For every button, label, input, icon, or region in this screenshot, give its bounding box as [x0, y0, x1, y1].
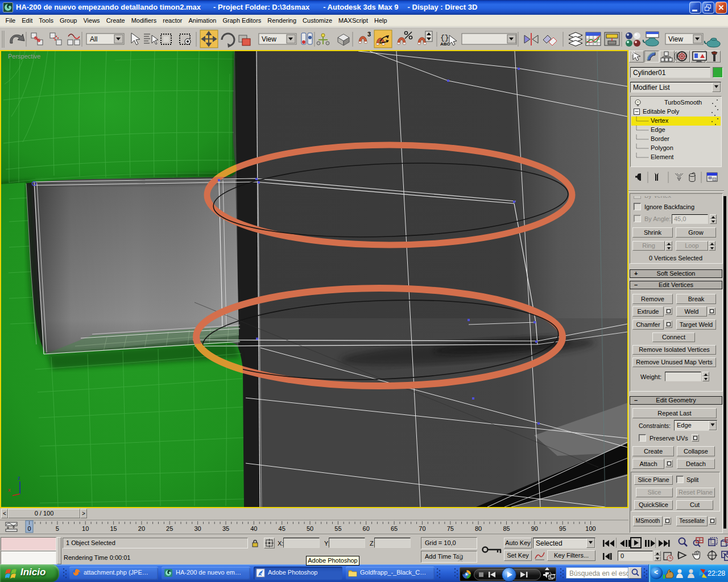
svg-text:0: 0 [27, 525, 31, 532]
svg-text:5: 5 [56, 525, 59, 532]
svg-text:100: 100 [585, 525, 595, 532]
svg-text:ABC: ABC [440, 41, 450, 47]
svg-text:65: 65 [391, 525, 398, 532]
svg-text:70: 70 [419, 525, 425, 532]
svg-text:View: View [668, 35, 683, 43]
svg-text:60: 60 [363, 525, 370, 532]
svg-text:15: 15 [110, 525, 117, 532]
svg-text:80: 80 [475, 525, 482, 532]
svg-text:45: 45 [279, 525, 286, 532]
svg-text:View: View [262, 35, 276, 43]
svg-text:25: 25 [166, 525, 173, 532]
svg-text:55: 55 [334, 525, 341, 532]
svg-text:3: 3 [367, 31, 371, 38]
svg-text:40: 40 [250, 525, 257, 532]
svg-text:Perspective: Perspective [8, 53, 40, 60]
svg-text:20: 20 [138, 525, 145, 532]
svg-text:10: 10 [82, 525, 89, 532]
svg-text:95: 95 [559, 525, 566, 532]
svg-text:50: 50 [307, 525, 313, 532]
svg-text:x: x [8, 487, 11, 493]
svg-text:75: 75 [447, 525, 454, 532]
svg-text:All: All [90, 35, 97, 43]
svg-text:{}: {} [440, 34, 449, 42]
svg-text:90: 90 [531, 525, 538, 532]
svg-text:z: z [18, 475, 20, 481]
svg-text:30: 30 [194, 525, 201, 532]
svg-text:85: 85 [503, 525, 510, 532]
svg-text:35: 35 [222, 525, 229, 532]
